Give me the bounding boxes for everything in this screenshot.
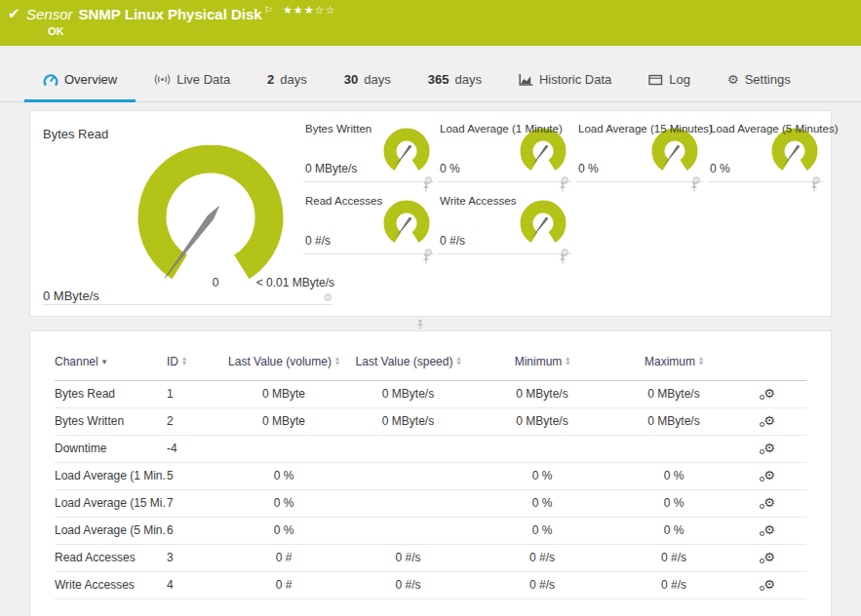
cell-channel-name[interactable]: Load Average (15 Mi...	[55, 496, 167, 510]
pin-icon[interactable]	[809, 181, 819, 192]
sort-icon: ▴▾	[456, 357, 460, 366]
cell-minimum: 0 %	[469, 496, 615, 510]
cell-maximum: 0 %	[615, 469, 732, 482]
pin-icon[interactable]	[415, 319, 425, 329]
gauges-panel: Bytes Read 0 < 0.01 MByte/s 0 MByte/s ⚙ …	[29, 110, 832, 317]
cell-maximum: 0 #/s	[615, 578, 732, 592]
gauge-title[interactable]: Write Accesses	[440, 195, 516, 207]
cell-channel-name[interactable]: Load Average (5 Min...	[55, 523, 167, 537]
tab-overview[interactable]: Overview	[24, 72, 136, 101]
gauge-title[interactable]: Load Average (1 Minute)	[440, 123, 563, 135]
mini-gauge	[380, 199, 433, 251]
gauge-title[interactable]: Load Average (15 Minutes)	[578, 123, 713, 135]
tab-live-data[interactable]: Live Data	[136, 72, 249, 101]
pin-icon[interactable]	[689, 181, 699, 192]
tab-30-days[interactable]: 30 days	[326, 72, 410, 101]
live-icon	[154, 73, 171, 86]
gauge-value: 0 %	[710, 162, 730, 175]
cell-channel-id: 4	[167, 578, 220, 592]
tab-365-days[interactable]: 365 days	[410, 72, 500, 101]
channel-table-panel: Channel▾ ID▴▾ Last Value (volume)▴▾ Last…	[29, 330, 832, 616]
cell-maximum: 0 %	[615, 523, 732, 537]
cell-channel-id: 5	[167, 469, 220, 482]
pin-icon[interactable]	[558, 181, 567, 192]
table-row: Write Accesses 4 0 # 0 #/s 0 #/s 0 #/s ⚙	[55, 572, 806, 599]
channel-table-body: Bytes Read 1 0 MByte 0 MByte/s 0 MByte/s…	[55, 381, 806, 599]
gauge-value: 0 %	[578, 162, 599, 175]
gauge-scale-min: 0	[196, 276, 235, 289]
sensor-heading: SensorSNMP Linux Physical Disk⚐	[26, 5, 273, 22]
small-gauge-read-accesses: Read Accesses 0 #/s ⚙	[303, 193, 435, 254]
table-row: Load Average (15 Mi... 7 0 % 0 % 0 % ⚙	[55, 490, 806, 518]
cell-channel-name[interactable]: Bytes Read	[55, 387, 167, 401]
sort-icon: ▴▾	[335, 357, 339, 366]
cell-channel-id: 7	[167, 496, 220, 510]
tab-2-days[interactable]: 2 days	[249, 72, 326, 101]
channel-settings-icon[interactable]: ⚙	[763, 387, 775, 400]
column-header-maximum[interactable]: Maximum▴▾	[615, 355, 732, 370]
gauge-value: 0 #/s	[305, 234, 331, 248]
cell-channel-name[interactable]: Read Accesses	[55, 551, 167, 564]
object-kind-label: Sensor	[26, 6, 73, 22]
cell-maximum: 0 %	[615, 496, 732, 510]
small-gauge-bytes-written: Bytes Written 0 MByte/s ⚙	[303, 121, 435, 182]
cell-channel-id: 1	[167, 387, 220, 401]
table-row: Downtime -4 ⚙	[55, 436, 806, 463]
cell-channel-id: 2	[167, 414, 220, 428]
gauge-value: 0 MByte/s	[43, 289, 99, 303]
cell-channel-name[interactable]: Bytes Written	[55, 414, 167, 428]
cell-maximum: 0 MByte/s	[615, 414, 732, 428]
column-header-id[interactable]: ID▴▾	[167, 355, 220, 370]
channel-settings-icon[interactable]: ⚙	[763, 414, 775, 427]
mini-gauge	[517, 199, 569, 251]
mini-gauge	[648, 127, 701, 179]
cell-channel-name[interactable]: Write Accesses	[55, 578, 167, 592]
table-row: Bytes Written 2 0 MByte 0 MByte/s 0 MByt…	[55, 408, 806, 436]
gauge-title[interactable]: Bytes Read	[43, 127, 108, 141]
gauge-title[interactable]: Read Accesses	[305, 195, 382, 207]
gear-icon: ⚙	[727, 73, 739, 86]
divider	[43, 304, 333, 305]
channel-settings-icon[interactable]: ⚙	[763, 578, 775, 591]
cell-maximum: 0 MByte/s	[615, 387, 732, 401]
cell-last-value-volume: 0 MByte	[220, 414, 347, 428]
pin-icon[interactable]	[421, 253, 431, 264]
gauge-settings-icon[interactable]: ⚙	[323, 292, 333, 303]
small-gauge-load-average-1min: Load Average (1 Minute) 0 % ⚙	[438, 121, 571, 182]
column-header-last-value-volume[interactable]: Last Value (volume)▴▾	[220, 355, 347, 370]
cell-channel-name[interactable]: Load Average (1 Min...	[55, 469, 167, 482]
sensor-title[interactable]: SNMP Linux Physical Disk	[79, 6, 262, 22]
gauge-title[interactable]: Load Average (5 Minutes)	[710, 123, 838, 135]
gauge-title[interactable]: Bytes Written	[305, 123, 372, 135]
cell-last-value-speed: 0 #/s	[347, 578, 469, 592]
pin-icon[interactable]	[558, 253, 567, 264]
channel-settings-icon[interactable]: ⚙	[763, 551, 775, 563]
tab-historic-data[interactable]: Historic Data	[500, 72, 630, 101]
pin-icon[interactable]	[421, 181, 431, 192]
tab-settings[interactable]: ⚙ Settings	[709, 72, 809, 101]
table-row: Read Accesses 3 0 # 0 #/s 0 #/s 0 #/s ⚙	[55, 545, 806, 572]
channel-settings-icon[interactable]: ⚙	[763, 469, 775, 481]
cell-minimum: 0 %	[469, 523, 615, 537]
table-header-row: Channel▾ ID▴▾ Last Value (volume)▴▾ Last…	[55, 355, 806, 381]
column-header-last-value-speed[interactable]: Last Value (speed)▴▾	[347, 355, 469, 370]
gauge-icon	[43, 73, 59, 87]
channel-settings-icon[interactable]: ⚙	[763, 496, 775, 509]
tab-log[interactable]: Log	[630, 72, 709, 101]
cell-minimum: 0 #/s	[469, 578, 615, 592]
cell-minimum: 0 MByte/s	[469, 387, 615, 401]
star-rating[interactable]: ★★★☆☆	[283, 4, 335, 17]
channel-settings-icon[interactable]: ⚙	[763, 442, 775, 454]
gauge-scale-max: < 0.01 MByte/s	[256, 276, 334, 289]
cell-minimum: 0 %	[469, 469, 615, 482]
cell-channel-name[interactable]: Downtime	[55, 442, 167, 455]
column-header-channel[interactable]: Channel▾	[55, 355, 167, 370]
table-row: Load Average (5 Min... 6 0 % 0 % 0 % ⚙	[55, 518, 806, 545]
channel-settings-icon[interactable]: ⚙	[763, 523, 775, 536]
cell-minimum: 0 MByte/s	[469, 414, 615, 428]
sort-icon: ▴▾	[566, 357, 569, 366]
primary-channel-gauge: Bytes Read 0 < 0.01 MByte/s 0 MByte/s ⚙	[40, 119, 334, 310]
column-header-minimum[interactable]: Minimum▴▾	[469, 355, 615, 370]
flag-icon[interactable]: ⚐	[264, 5, 273, 16]
sort-icon: ▴▾	[182, 357, 186, 366]
